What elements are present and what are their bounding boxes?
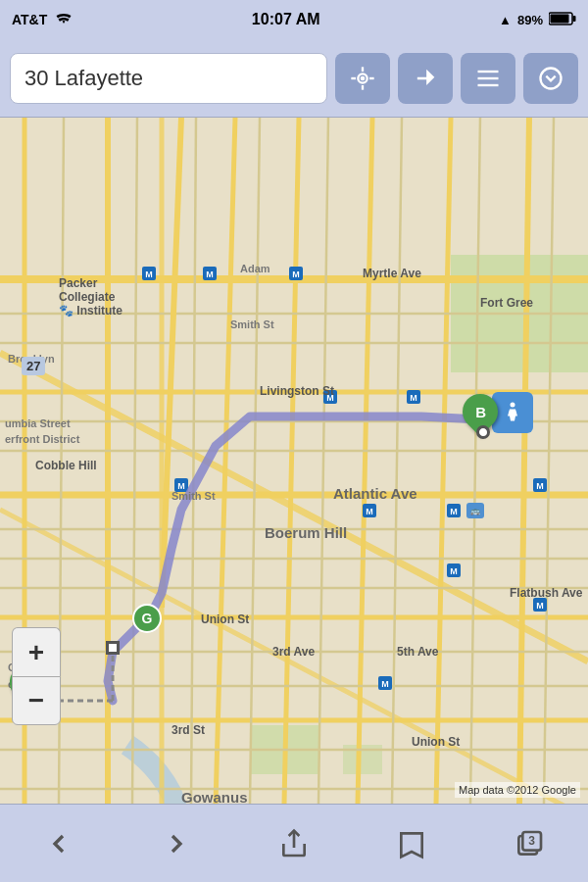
route-connector-dot: [106, 641, 120, 655]
wifi-icon: [55, 12, 73, 28]
search-value: 30 Lafayette: [24, 66, 143, 91]
svg-rect-9: [478, 70, 499, 72]
svg-text:M: M: [381, 679, 389, 689]
zoom-out-button[interactable]: −: [12, 676, 61, 725]
svg-text:3: 3: [528, 834, 535, 848]
location-button[interactable]: [335, 53, 390, 104]
status-right: ▲ 89%: [499, 12, 576, 28]
dropdown-button[interactable]: [523, 53, 578, 104]
list-button[interactable]: [461, 53, 515, 104]
location-arrow-icon: ▲: [499, 13, 512, 27]
back-button[interactable]: [29, 814, 88, 873]
route-end-dot: [476, 425, 490, 439]
svg-text:M: M: [536, 481, 544, 491]
forward-button[interactable]: [147, 814, 206, 873]
svg-point-8: [361, 75, 366, 80]
svg-rect-11: [478, 83, 499, 85]
pedestrian-icon-box: [492, 392, 533, 433]
bookmarks-button[interactable]: [382, 814, 441, 873]
bottom-bar: 3: [0, 804, 588, 882]
tabs-button[interactable]: 3: [500, 814, 559, 873]
map-attribution: Map data ©2012 Google: [455, 782, 580, 798]
battery-label: 89%: [517, 13, 543, 27]
transit-g-marker: G: [132, 604, 162, 633]
battery-icon: [549, 12, 576, 28]
svg-text:M: M: [410, 393, 417, 403]
svg-point-82: [511, 403, 515, 408]
svg-text:M: M: [177, 481, 185, 491]
svg-rect-10: [478, 76, 499, 78]
svg-rect-1: [572, 16, 575, 22]
svg-text:M: M: [536, 601, 544, 611]
directions-button[interactable]: [398, 53, 453, 104]
svg-text:M: M: [145, 270, 153, 279]
svg-text:M: M: [206, 270, 214, 279]
svg-text:M: M: [326, 393, 334, 403]
zoom-in-button[interactable]: +: [12, 627, 61, 676]
carrier-label: AT&T: [12, 12, 47, 27]
zoom-controls: + −: [12, 627, 61, 725]
share-button[interactable]: [265, 814, 323, 873]
svg-rect-2: [550, 14, 568, 23]
svg-text:M: M: [366, 507, 373, 516]
status-bar: AT&T 10:07 AM ▲ 89%: [0, 0, 588, 39]
svg-text:🚌: 🚌: [470, 506, 480, 515]
svg-text:M: M: [292, 270, 300, 279]
map-area[interactable]: M M M M M M M M M M M M 🚌 Myrtle Ave F: [0, 118, 588, 804]
toolbar: 30 Lafayette: [0, 39, 588, 118]
svg-point-12: [541, 68, 562, 88]
status-left: AT&T: [12, 12, 73, 28]
svg-text:M: M: [450, 566, 458, 576]
time-label: 10:07 AM: [252, 11, 320, 28]
svg-text:M: M: [450, 507, 458, 516]
search-box[interactable]: 30 Lafayette: [10, 53, 327, 104]
